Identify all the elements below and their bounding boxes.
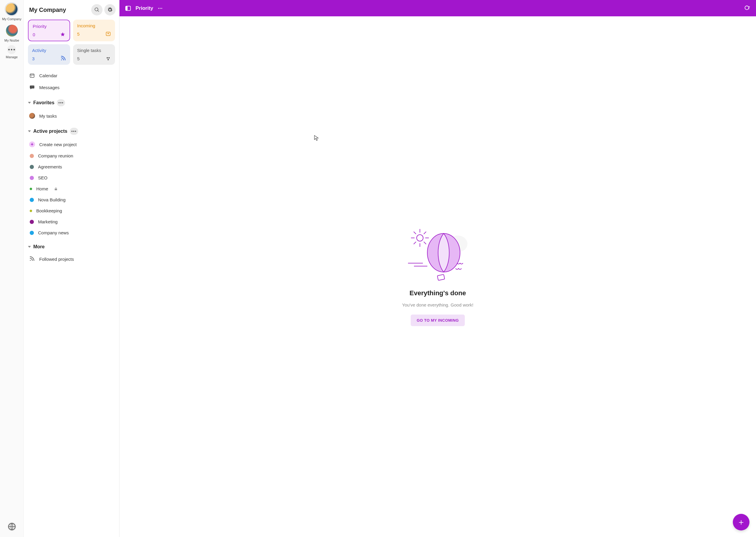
project-item[interactable]: Nova Building (24, 194, 119, 205)
add-task-fab[interactable]: ＋ (733, 514, 749, 530)
chat-icon (29, 84, 35, 90)
search-button[interactable] (91, 4, 103, 16)
nav-messages[interactable]: Messages (24, 81, 119, 93)
main-panel: Priority (119, 0, 756, 537)
project-item[interactable]: Agreements (24, 161, 119, 172)
project-color-dot (30, 220, 34, 224)
workspace-label: My Company (2, 17, 22, 21)
card-activity[interactable]: Activity 3 (28, 44, 70, 65)
project-color-dot (30, 231, 34, 235)
section-active-projects[interactable]: Active projects ••• (24, 124, 119, 137)
create-project[interactable]: + Create new project (24, 139, 119, 150)
project-item[interactable]: Company reunion (24, 150, 119, 161)
svg-line-25 (424, 242, 426, 244)
projects-more[interactable]: ••• (70, 128, 78, 135)
sidebar: My Company Priority 0 Incoming (24, 0, 119, 537)
project-name: Home (36, 186, 48, 191)
plus-icon: ＋ (737, 516, 745, 528)
settings-button[interactable] (104, 4, 115, 16)
svg-point-15 (158, 8, 159, 9)
nav-label: Followed projects (39, 257, 74, 262)
project-name: SEO (38, 175, 48, 180)
card-count: 0 (33, 32, 35, 37)
inbox-icon (106, 31, 111, 36)
filter-button[interactable] (744, 5, 751, 12)
project-name: Marketing (38, 219, 58, 224)
balloon-illustration (407, 227, 469, 284)
project-item[interactable]: Bookkeeping (24, 205, 119, 216)
go-to-incoming-button[interactable]: GO TO MY INCOMING (411, 314, 465, 326)
topbar: Priority (119, 0, 756, 16)
calendar-icon (29, 72, 35, 78)
workspace-my-nozbe[interactable]: My Nozbe (4, 24, 19, 42)
nav-calendar[interactable]: Calendar (24, 69, 119, 81)
project-name: Nova Building (38, 197, 66, 202)
avatar-icon (29, 113, 35, 119)
project-item[interactable]: Marketing (24, 216, 119, 227)
section-more[interactable]: More (24, 240, 119, 251)
section-label: Favorites (33, 100, 54, 105)
svg-point-19 (417, 235, 423, 241)
card-count: 3 (32, 56, 34, 61)
ellipsis-icon (7, 45, 16, 54)
panel-toggle-button[interactable] (125, 5, 131, 12)
svg-point-10 (31, 87, 32, 87)
project-item[interactable]: Company news (24, 227, 119, 238)
card-single-tasks[interactable]: Single tasks 5 (73, 44, 115, 65)
project-color-dot (30, 165, 34, 169)
favorite-label: My tasks (39, 113, 57, 118)
svg-rect-14 (126, 6, 127, 10)
view-more-button[interactable] (157, 5, 163, 12)
project-item[interactable]: Home (24, 183, 119, 194)
favorites-more[interactable]: ••• (57, 99, 65, 106)
view-title: Priority (136, 5, 153, 11)
chevron-down-icon (28, 246, 31, 248)
favorite-my-tasks[interactable]: My tasks (24, 110, 119, 122)
svg-point-11 (32, 87, 33, 87)
project-name: Company reunion (38, 153, 73, 158)
section-favorites[interactable]: Favorites ••• (24, 95, 119, 108)
project-name: Bookkeeping (36, 208, 62, 213)
card-incoming[interactable]: Incoming 5 (73, 20, 115, 41)
svg-point-6 (109, 57, 110, 59)
svg-line-24 (414, 232, 416, 234)
workspace-label: My Nozbe (4, 39, 19, 42)
workspace-my-company[interactable]: My Company (2, 2, 22, 21)
empty-state: Everything's done You've done everything… (119, 16, 756, 537)
section-label: Active projects (33, 129, 67, 134)
project-color-dot (30, 210, 32, 212)
card-count: 5 (77, 31, 80, 36)
card-title: Single tasks (77, 48, 111, 53)
sidebar-header: My Company (24, 0, 119, 20)
rss-icon (61, 56, 66, 61)
rss-icon (29, 256, 35, 262)
project-color-dot (30, 176, 34, 180)
project-item[interactable]: SEO (24, 172, 119, 183)
chevron-down-icon (28, 102, 31, 103)
search-icon (94, 7, 100, 13)
nav-label: Messages (39, 85, 60, 90)
followed-projects[interactable]: Followed projects (24, 253, 119, 265)
globe-icon[interactable] (7, 522, 16, 531)
nav-label: Calendar (39, 73, 57, 78)
card-priority[interactable]: Priority 0 (28, 20, 70, 41)
workspace-rail: My Company My Nozbe Manage (0, 0, 24, 537)
manage-workspaces[interactable]: Manage (6, 45, 18, 59)
star-icon (60, 32, 66, 37)
svg-line-26 (424, 232, 426, 234)
chevron-down-icon (28, 130, 31, 132)
svg-point-17 (161, 8, 162, 9)
svg-point-0 (8, 49, 10, 51)
lock-icon (54, 187, 58, 191)
card-count: 5 (77, 56, 80, 61)
dots-icon (106, 56, 111, 61)
svg-line-27 (414, 242, 416, 244)
svg-point-18 (745, 6, 749, 10)
project-color-dot (30, 154, 34, 158)
svg-rect-8 (30, 74, 34, 77)
svg-point-7 (108, 59, 109, 61)
empty-title: Everything's done (410, 289, 466, 297)
project-color-dot (30, 188, 32, 190)
card-title: Incoming (77, 23, 111, 28)
svg-rect-30 (437, 274, 445, 280)
